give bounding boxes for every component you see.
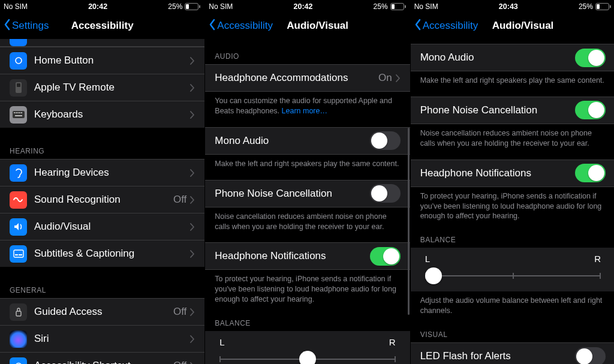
battery-pct: 25%	[579, 2, 593, 11]
settings-row: Headphone Notifications	[411, 160, 614, 187]
chevron-right-icon	[190, 57, 195, 65]
settings-row: Mono Audio	[205, 127, 410, 155]
settings-row: Headphone Notifications	[205, 242, 410, 270]
chevron-back-icon	[209, 19, 216, 34]
back-label: Accessibility	[217, 20, 273, 32]
row-label: Mono Audio	[420, 52, 575, 64]
content-scroll[interactable]: AUDIO Headphone Accommodations On You ca…	[205, 39, 410, 364]
back-button[interactable]: Accessibility	[209, 19, 273, 34]
settings-row[interactable]: Guided Access Off	[0, 298, 204, 326]
chevron-right-icon	[190, 335, 195, 343]
chevron-right-icon	[190, 169, 195, 177]
phone-screen-2: No SIM 20:43 25% Accessibility Audio/Vis…	[411, 0, 614, 364]
row-label: Accessibility Shortcut	[34, 360, 173, 364]
row-detail: Off	[173, 194, 186, 206]
section-header: BALANCE	[205, 311, 410, 331]
carrier-text: No SIM	[209, 2, 233, 11]
svg-rect-9	[17, 112, 19, 113]
row-label: Keyboards	[34, 109, 190, 121]
toggle-switch[interactable]	[575, 101, 606, 119]
row-icon	[10, 106, 27, 124]
balance-slider[interactable]: L R	[205, 331, 410, 364]
svg-point-3	[16, 58, 22, 64]
settings-row[interactable]: Siri	[0, 326, 204, 353]
settings-row[interactable]: Sound Recognition Off	[0, 186, 204, 213]
svg-rect-2	[199, 5, 200, 8]
svg-rect-7	[14, 112, 15, 113]
svg-rect-14	[15, 254, 18, 255]
settings-row-clipped[interactable]	[0, 39, 204, 47]
toggle-switch[interactable]	[370, 247, 401, 266]
row-label: Sound Recognition	[34, 194, 173, 206]
status-time: 20:42	[88, 2, 107, 11]
settings-row[interactable]: Home Button	[0, 47, 204, 74]
svg-rect-15	[19, 254, 22, 255]
row-label: Headphone Notifications	[215, 250, 369, 262]
svg-rect-10	[19, 112, 20, 113]
slider-left-label: L	[425, 254, 430, 264]
battery-icon	[185, 3, 201, 10]
svg-rect-21	[405, 5, 406, 8]
toggle-switch[interactable]	[575, 164, 606, 182]
toggle-switch[interactable]	[575, 49, 606, 67]
chevron-back-icon	[414, 19, 422, 34]
settings-row[interactable]: Audio/Visual	[0, 213, 204, 240]
row-label: Home Button	[34, 55, 190, 67]
carrier-text: No SIM	[4, 2, 28, 11]
back-button[interactable]: Accessibility	[414, 19, 478, 34]
settings-row[interactable]: Apple TV Remote	[0, 74, 204, 101]
svg-rect-16	[16, 311, 21, 316]
row-detail: Off	[173, 306, 186, 318]
section-footer: Make the left and right speakers play th…	[205, 155, 410, 175]
row-label: Headphone Accommodations	[215, 72, 378, 84]
section-footer: To protect your hearing, iPhone sends a …	[205, 270, 410, 311]
row-detail: On	[378, 72, 392, 84]
svg-rect-24	[610, 5, 611, 8]
settings-row[interactable]: Keyboards	[0, 101, 204, 128]
svg-rect-11	[21, 112, 22, 113]
row-label: Siri	[34, 333, 190, 345]
row-icon	[10, 245, 27, 263]
settings-row[interactable]: Headphone Accommodations On	[205, 64, 410, 92]
toggle-switch[interactable]	[370, 184, 401, 203]
settings-row: Phone Noise Cancellation	[411, 97, 614, 124]
row-label: LED Flash for Alerts	[420, 350, 575, 362]
content-scroll[interactable]: Mono Audio Make the left and right speak…	[411, 39, 614, 364]
section-footer: Make the left and right speakers play th…	[411, 71, 614, 92]
nav-bar: Accessibility Audio/Visual	[411, 13, 614, 39]
toggle-switch[interactable]	[575, 347, 606, 365]
chevron-right-icon	[190, 362, 195, 365]
row-icon	[10, 39, 27, 46]
row-icon	[10, 191, 27, 209]
slider-left-label: L	[219, 337, 224, 347]
settings-row[interactable]: Subtitles & Captioning	[0, 240, 204, 267]
learn-more-link[interactable]: Learn more…	[282, 107, 327, 115]
row-label: Hearing Devices	[34, 167, 190, 179]
svg-rect-12	[15, 115, 22, 116]
section-footer: Noise cancellation reduces ambient noise…	[205, 207, 410, 238]
back-button[interactable]: Settings	[4, 19, 49, 34]
scrollbar-thumb[interactable]	[408, 128, 410, 315]
row-detail: Off	[173, 360, 186, 364]
battery-pct: 25%	[168, 2, 182, 11]
slider-right-label: R	[594, 254, 601, 264]
svg-rect-6	[13, 111, 25, 118]
chevron-right-icon	[190, 196, 195, 204]
toggle-switch[interactable]	[370, 131, 401, 150]
chevron-right-icon	[190, 308, 195, 316]
balance-slider[interactable]: L R	[411, 248, 614, 291]
section-header: GENERAL	[0, 278, 204, 298]
row-label: Phone Noise Cancellation	[215, 188, 369, 200]
settings-row[interactable]: Accessibility Shortcut Off	[0, 353, 204, 364]
section-header: HEARING	[0, 139, 204, 159]
svg-rect-20	[392, 4, 395, 9]
settings-row[interactable]: Hearing Devices	[0, 159, 204, 186]
svg-rect-13	[14, 250, 23, 257]
back-label: Accessibility	[423, 20, 478, 32]
svg-rect-23	[597, 4, 600, 9]
content-scroll[interactable]: Home Button Apple TV Remote Keyboards HE…	[0, 39, 204, 364]
section-header: VISUAL	[411, 322, 614, 342]
row-icon	[10, 164, 27, 182]
row-icon	[10, 218, 27, 236]
section-footer: Adjust the audio volume balance between …	[411, 291, 614, 322]
